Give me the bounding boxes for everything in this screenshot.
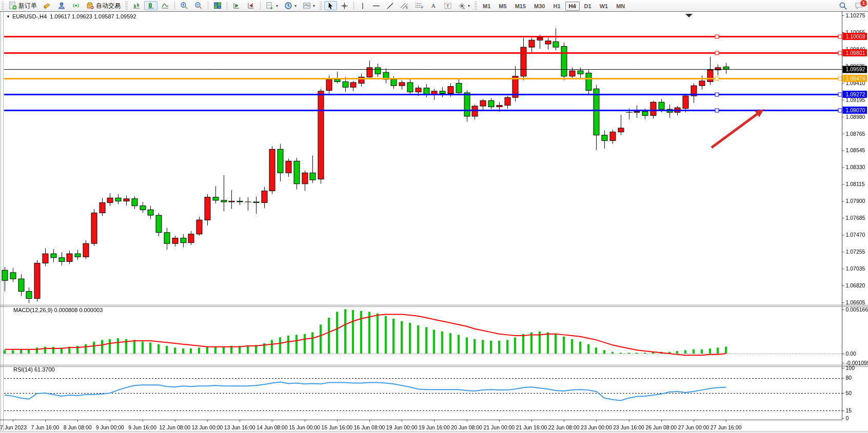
chart-shift-icon [247, 2, 255, 10]
equidistant-channel-icon: E [400, 2, 409, 10]
trading-platform-window: { "toolbar": { "new_order_label": "新订单",… [0, 0, 868, 433]
metaeditor-button[interactable] [55, 1, 68, 10]
ohlc-values: 1.09617 1.09623 1.09587 1.09592 [50, 13, 136, 19]
template-icon [303, 2, 311, 10]
svg-text:F: F [421, 6, 423, 9]
main-toolbar: 新订单 自动 [0, 0, 868, 12]
new-order-button[interactable]: 新订单 [6, 1, 40, 10]
signal-icon [72, 2, 80, 10]
search-button[interactable] [839, 2, 847, 10]
vertical-line-icon [359, 2, 366, 10]
svg-text:T: T [446, 3, 449, 8]
timeframe-m30[interactable]: M30 [530, 2, 548, 11]
signals-button[interactable] [69, 1, 83, 10]
zoom-out-button[interactable] [192, 1, 205, 10]
zoom-in-button[interactable] [177, 1, 191, 10]
dropdown-arrow-icon: ▾ [276, 4, 278, 8]
timeframe-switcher: M1M5M15M30H1H4D1W1MN [479, 1, 629, 10]
arrow-objects-icon [458, 2, 466, 10]
dropdown-arrow-icon: ▾ [294, 4, 297, 8]
crosshair-tool-button[interactable] [338, 1, 351, 10]
search-icon [839, 2, 847, 10]
clock-icon [284, 2, 292, 10]
tile-windows-icon [213, 2, 222, 10]
chart-launcher-button[interactable] [41, 1, 54, 10]
templates-button[interactable]: ▾ [300, 1, 318, 10]
dropdown-arrow-icon: ▾ [468, 4, 470, 8]
symbol-period-label: EURUSD-,H4 [12, 13, 47, 19]
timeframe-h4[interactable]: H4 [565, 2, 580, 11]
timeframe-m1[interactable]: M1 [479, 2, 494, 11]
fibonacci-tool-button[interactable]: F [412, 1, 426, 10]
trendline-tool-button[interactable] [384, 1, 397, 10]
toolbar-grip[interactable] [475, 2, 477, 10]
auto-scroll-button[interactable] [230, 1, 243, 10]
text-label-icon: T [444, 2, 452, 10]
cursor-arrow-icon [327, 2, 334, 10]
text-label-tool-button[interactable]: T [441, 1, 455, 10]
timeframe-h1[interactable]: H1 [549, 2, 564, 11]
timeframe-d1[interactable]: D1 [581, 2, 595, 11]
crosshair-icon [341, 2, 348, 10]
new-order-icon [9, 2, 17, 10]
line-chart-mode-button[interactable] [159, 1, 172, 10]
vertical-line-tool-button[interactable] [357, 1, 369, 10]
tile-windows-button[interactable] [211, 1, 224, 10]
timeframe-m5[interactable]: M5 [495, 2, 510, 11]
auto-scroll-icon [232, 2, 241, 10]
toolbar-grip[interactable] [320, 2, 322, 10]
chart-canvas[interactable] [0, 11, 868, 433]
bar-chart-icon [132, 2, 141, 10]
chart-title: ▼EURUSD-,H4 1.09617 1.09623 1.09587 1.09… [6, 13, 136, 19]
candlestick-icon [147, 2, 155, 10]
svg-text:E: E [406, 6, 408, 9]
periods-button[interactable]: ▾ [282, 1, 299, 10]
bar-chart-mode-button[interactable] [130, 1, 143, 10]
zoom-in-icon [180, 2, 188, 10]
text-tool-button[interactable]: A [427, 1, 440, 10]
line-chart-icon [161, 2, 169, 10]
horizontal-line-icon [372, 2, 380, 10]
trendline-icon [386, 2, 394, 10]
notifications-button[interactable]: 1 [855, 2, 864, 10]
editor-person-icon [57, 2, 66, 10]
auto-trading-label: 自动交易 [96, 2, 121, 10]
candlestick-mode-button[interactable] [144, 1, 157, 10]
auto-trading-icon [86, 2, 94, 10]
macd-indicator-label: MACD(12,26,9) 0.000808 0.000003 [13, 307, 103, 313]
fibonacci-icon: F [415, 2, 424, 10]
svg-text:A: A [431, 3, 436, 9]
timeframe-mn[interactable]: MN [613, 2, 628, 11]
indicators-button[interactable]: ▾ [263, 1, 281, 10]
text-icon: A [430, 2, 438, 10]
zoom-out-icon [194, 2, 203, 10]
cursor-tool-button[interactable] [324, 1, 337, 10]
auto-trading-button[interactable]: 自动交易 [84, 1, 123, 10]
new-order-label: 新订单 [18, 2, 37, 10]
indicators-plus-icon [266, 2, 274, 10]
dropdown-arrow-icon: ▾ [313, 4, 315, 8]
horn-icon [43, 2, 51, 10]
rsi-indicator-label: RSI(14) 61.3700 [13, 366, 55, 373]
channel-tool-button[interactable]: E [398, 1, 411, 10]
timeframe-m15[interactable]: M15 [511, 2, 529, 11]
toolbar-grip[interactable] [2, 2, 4, 10]
notification-badge: 1 [860, 0, 867, 7]
toolbar-grip[interactable] [125, 2, 128, 10]
chart-shift-button[interactable] [244, 1, 258, 10]
horizontal-line-tool-button[interactable] [370, 1, 383, 10]
chevron-down-icon: ▼ [6, 14, 10, 19]
timeframe-w1[interactable]: W1 [596, 2, 612, 11]
arrows-tool-button[interactable]: ▾ [456, 1, 472, 10]
